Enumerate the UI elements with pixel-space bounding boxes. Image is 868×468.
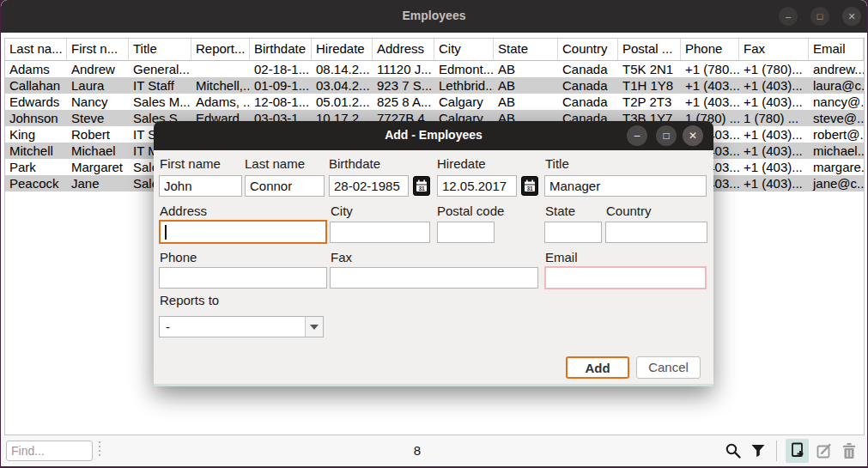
table-cell[interactable]: AB	[494, 94, 558, 110]
table-cell[interactable]: margare...	[809, 159, 864, 175]
table-cell[interactable]: Canada	[558, 61, 618, 77]
table-cell[interactable]: General...	[129, 61, 191, 77]
edit-record-icon[interactable]	[815, 441, 834, 460]
table-cell[interactable]: Callahan	[5, 77, 67, 94]
table-cell[interactable]: Andrew	[67, 61, 129, 77]
table-cell[interactable]: +1 (403)...	[739, 175, 809, 191]
toolbar-drag-handle[interactable]	[99, 441, 100, 456]
table-cell[interactable]: Mitchell	[5, 143, 67, 159]
phone-field[interactable]	[159, 267, 327, 289]
search-icon[interactable]	[724, 441, 743, 460]
table-cell[interactable]: AB	[494, 61, 558, 77]
table-cell[interactable]: Calgary	[434, 94, 494, 110]
table-row[interactable]: AdamsAndrewGeneral...02-18-1...08.14.2..…	[5, 61, 864, 77]
table-cell[interactable]: IT Staff	[129, 77, 191, 94]
fax-field[interactable]	[330, 267, 538, 289]
maximize-icon[interactable]: □	[656, 125, 677, 146]
table-cell[interactable]: +1 (780...	[681, 61, 739, 77]
table-cell[interactable]: +1 (403)...	[739, 77, 809, 94]
table-cell[interactable]: Robert	[67, 126, 129, 143]
first-name-field[interactable]	[159, 175, 242, 197]
table-cell[interactable]: 923 7 S...	[373, 77, 434, 94]
table-cell[interactable]: T1H 1Y8	[618, 77, 681, 94]
dialog-titlebar[interactable]: Add - Employees – □ ✕	[154, 121, 713, 150]
close-icon[interactable]: ✕	[683, 125, 703, 146]
column-header[interactable]: Birthdate	[250, 39, 312, 60]
column-header[interactable]: Fax	[739, 39, 809, 60]
table-cell[interactable]: andrew...	[809, 61, 864, 77]
table-cell[interactable]: +1 (403)...	[739, 143, 809, 159]
maximize-icon[interactable]: □	[810, 7, 829, 26]
table-cell[interactable]: Edmont...	[434, 61, 494, 77]
close-icon[interactable]: ✕	[842, 7, 861, 26]
table-cell[interactable]: Michael	[67, 143, 129, 159]
table-cell[interactable]: robert@...	[809, 126, 864, 143]
add-button[interactable]: Add	[566, 356, 629, 379]
table-cell[interactable]: Adams	[5, 61, 67, 77]
table-cell[interactable]: +1 (780)...	[739, 61, 809, 77]
column-header[interactable]: Address	[373, 39, 434, 60]
table-cell[interactable]: Margaret	[67, 159, 129, 175]
table-cell[interactable]: Steve	[67, 110, 129, 126]
address-field[interactable]	[159, 220, 327, 244]
table-cell[interactable]: 11120 J...	[373, 61, 434, 77]
column-header[interactable]: Postal ...	[618, 39, 681, 60]
table-cell[interactable]: jane@c...	[809, 175, 864, 191]
table-cell[interactable]: +1 (403...	[681, 94, 739, 110]
table-cell[interactable]: 1 (780) ...	[739, 110, 809, 126]
table-row[interactable]: CallahanLauraIT StaffMitchell,...01-09-1…	[5, 77, 864, 94]
table-cell[interactable]: Canada	[558, 77, 618, 94]
column-header[interactable]: City	[434, 39, 494, 60]
table-cell[interactable]: Mitchell,...	[191, 77, 250, 94]
table-cell[interactable]: 03.04.2...	[312, 77, 373, 94]
table-cell[interactable]: Lethbrid...	[434, 77, 494, 94]
table-cell[interactable]: T2P 2T3	[618, 94, 681, 110]
add-record-icon[interactable]	[786, 439, 809, 463]
column-header[interactable]: Report...	[191, 39, 250, 60]
table-cell[interactable]: Johnson	[5, 110, 67, 126]
column-header[interactable]: Phone	[681, 39, 739, 60]
calendar-icon[interactable]: 31	[521, 176, 538, 196]
last-name-field[interactable]	[245, 175, 325, 197]
table-cell[interactable]	[191, 61, 250, 77]
search-input[interactable]	[6, 441, 93, 461]
table-cell[interactable]: 825 8 A...	[373, 94, 434, 110]
table-cell[interactable]: +1 (403)...	[739, 159, 809, 175]
table-cell[interactable]: 02-18-1...	[250, 61, 312, 77]
table-cell[interactable]: Adams, ...	[191, 94, 250, 110]
table-cell[interactable]: 08.14.2...	[312, 61, 373, 77]
delete-record-icon[interactable]	[840, 441, 859, 460]
calendar-icon[interactable]: 31	[413, 176, 430, 196]
column-header[interactable]: Last na...	[5, 39, 67, 60]
cancel-button[interactable]: Cancel	[636, 356, 701, 379]
table-cell[interactable]: Nancy	[67, 94, 129, 110]
minimize-icon[interactable]: –	[627, 125, 647, 146]
table-cell[interactable]: +1 (403)...	[739, 94, 809, 110]
email-field[interactable]	[544, 266, 707, 289]
window-titlebar[interactable]: Employees – □ ✕	[1, 0, 867, 33]
column-header[interactable]: Country	[558, 39, 618, 60]
table-cell[interactable]: T5K 2N1	[618, 61, 681, 77]
table-cell[interactable]: Jane	[67, 175, 129, 191]
table-cell[interactable]: steve@...	[809, 110, 864, 126]
minimize-icon[interactable]: –	[779, 7, 798, 26]
table-cell[interactable]: michael...	[809, 143, 864, 159]
country-field[interactable]	[605, 222, 707, 243]
state-field[interactable]	[544, 222, 602, 243]
table-cell[interactable]: +1 (403...	[681, 77, 739, 94]
table-cell[interactable]: AB	[494, 77, 558, 94]
filter-icon[interactable]	[749, 441, 768, 460]
column-header[interactable]: Email	[809, 39, 864, 60]
table-cell[interactable]: 05.01.2...	[312, 94, 373, 110]
table-cell[interactable]: nancy@...	[809, 94, 864, 110]
column-header[interactable]: Title	[129, 39, 191, 60]
table-cell[interactable]: Sales M...	[129, 94, 191, 110]
table-cell[interactable]: Edwards	[5, 94, 67, 110]
birthdate-field[interactable]	[329, 175, 409, 197]
table-cell[interactable]: 12-08-1...	[250, 94, 312, 110]
table-cell[interactable]: Park	[5, 159, 67, 175]
table-cell[interactable]: King	[5, 126, 67, 143]
city-field[interactable]	[330, 222, 430, 243]
table-cell[interactable]: Peacock	[5, 175, 67, 191]
table-cell[interactable]: laura@c...	[809, 77, 864, 94]
